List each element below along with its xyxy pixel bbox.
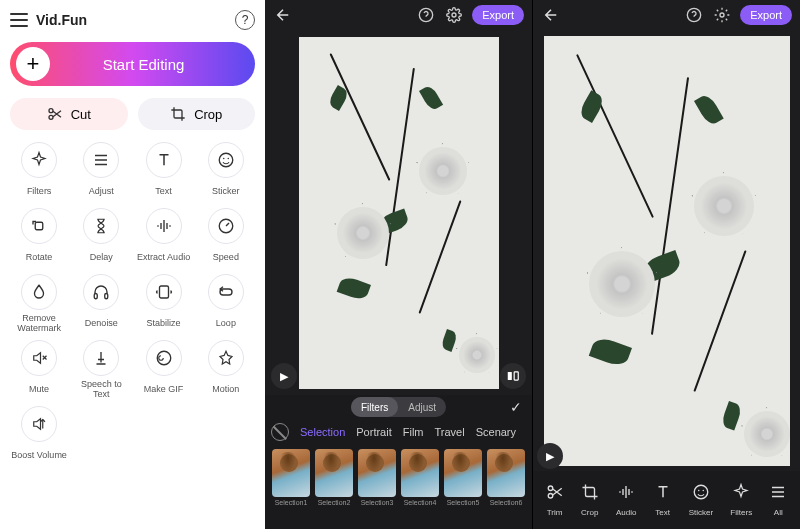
- svg-point-3: [452, 13, 456, 17]
- start-editing-label: Start Editing: [32, 56, 255, 73]
- svg-point-6: [688, 8, 701, 21]
- lines-icon: [769, 483, 787, 505]
- T-icon: [654, 483, 672, 505]
- filter-categories: SelectionPortraitFilmTravelScenary: [265, 419, 532, 445]
- bottom-tool-text[interactable]: Text: [654, 483, 672, 517]
- tool-text[interactable]: Text: [135, 142, 193, 202]
- cut-tab[interactable]: Cut: [10, 98, 128, 130]
- tool-motion[interactable]: Motion: [197, 340, 255, 400]
- app-brand: Vid.Fun: [36, 12, 87, 28]
- no-filter-icon[interactable]: [271, 423, 289, 441]
- bottom-tool-trim[interactable]: Trim: [546, 483, 564, 517]
- svg-point-1: [49, 115, 53, 119]
- start-editing-button[interactable]: + Start Editing: [10, 42, 255, 86]
- play-button[interactable]: ▶: [537, 443, 563, 469]
- menu-icon[interactable]: [10, 13, 28, 27]
- thumbnail-image: [487, 449, 525, 497]
- settings-icon[interactable]: [712, 5, 732, 25]
- tool-extract[interactable]: Extract Audio: [135, 208, 193, 268]
- help-icon[interactable]: [684, 5, 704, 25]
- tool-gif[interactable]: Make GIF: [135, 340, 193, 400]
- hourglass-icon: [83, 208, 119, 244]
- audio-icon: [617, 483, 635, 505]
- headphones-icon: [83, 274, 119, 310]
- tool-denoise[interactable]: Denoise: [72, 274, 130, 334]
- filter-category-portrait[interactable]: Portrait: [356, 426, 391, 438]
- filter-category-travel[interactable]: Travel: [435, 426, 465, 438]
- stt-icon: [83, 340, 119, 376]
- help-icon[interactable]: ?: [235, 10, 255, 30]
- star-icon: [208, 340, 244, 376]
- filter-mode-toggle[interactable]: Filters Adjust: [351, 397, 446, 417]
- filter-thumbnails: Selection1Selection2Selection3Selection4…: [265, 445, 532, 510]
- back-button[interactable]: [273, 5, 293, 25]
- loop-icon: [208, 274, 244, 310]
- editor-filters-pane: Export ▶ Filters Adjust ✓: [265, 0, 532, 529]
- rotate-icon: [21, 208, 57, 244]
- compare-button[interactable]: [500, 363, 526, 389]
- svg-rect-5: [514, 372, 518, 380]
- filter-category-film[interactable]: Film: [403, 426, 424, 438]
- thumbnail-image: [444, 449, 482, 497]
- svg-point-7: [720, 13, 724, 17]
- tool-sticker[interactable]: Sticker: [197, 142, 255, 202]
- tool-mute[interactable]: Mute: [10, 340, 68, 400]
- thumbnail-image: [315, 449, 353, 497]
- crop-tab[interactable]: Crop: [138, 98, 256, 130]
- bottom-tool-crop[interactable]: Crop: [581, 483, 599, 517]
- svg-rect-4: [508, 372, 512, 380]
- filter-category-selection[interactable]: Selection: [300, 426, 345, 438]
- filter-thumb[interactable]: Selection1: [271, 449, 311, 506]
- export-button[interactable]: Export: [472, 5, 524, 25]
- bottom-tool-filters[interactable]: Filters: [730, 483, 752, 517]
- smile-icon: [692, 483, 710, 505]
- settings-icon[interactable]: [444, 5, 464, 25]
- sparkle-icon: [21, 142, 57, 178]
- filter-category-scenary[interactable]: Scenary: [476, 426, 516, 438]
- tool-boost[interactable]: Boost Volume: [10, 406, 68, 466]
- tool-delay[interactable]: Delay: [72, 208, 130, 268]
- boost-icon: [21, 406, 57, 442]
- filter-thumb[interactable]: Selection2: [314, 449, 354, 506]
- drop-icon: [21, 274, 57, 310]
- filter-thumb[interactable]: Selection3: [357, 449, 397, 506]
- tool-grid: FiltersAdjustTextStickerRotateDelayExtra…: [10, 142, 255, 466]
- play-button[interactable]: ▶: [271, 363, 297, 389]
- confirm-icon[interactable]: ✓: [510, 399, 522, 415]
- lines-icon: [83, 142, 119, 178]
- tool-stabilize[interactable]: Stabilize: [135, 274, 193, 334]
- scissors-icon: [546, 483, 564, 505]
- tool-rotate[interactable]: Rotate: [10, 208, 68, 268]
- bottom-tool-sticker[interactable]: Sticker: [689, 483, 713, 517]
- stabilize-icon: [146, 274, 182, 310]
- thumbnail-image: [358, 449, 396, 497]
- tool-adjust[interactable]: Adjust: [72, 142, 130, 202]
- filter-panel: Filters Adjust ✓ SelectionPortraitFilmTr…: [265, 395, 532, 529]
- scissors-icon: [47, 106, 63, 122]
- sparkle-icon: [732, 483, 750, 505]
- home-panel: Vid.Fun ? + Start Editing Cut Crop Filte…: [0, 0, 265, 529]
- T-icon: [146, 142, 182, 178]
- bottom-tool-audio[interactable]: Audio: [616, 483, 636, 517]
- bottom-tool-all[interactable]: All: [769, 483, 787, 517]
- thumbnail-image: [272, 449, 310, 497]
- preview-image: [544, 36, 790, 466]
- mute-icon: [21, 340, 57, 376]
- filter-thumb[interactable]: Selection5: [443, 449, 483, 506]
- tool-speed[interactable]: Speed: [197, 208, 255, 268]
- audio-icon: [146, 208, 182, 244]
- tool-stt[interactable]: Speech to Text: [72, 340, 130, 400]
- help-icon[interactable]: [416, 5, 436, 25]
- gif-icon: [146, 340, 182, 376]
- tool-watermark[interactable]: Remove Watermark: [10, 274, 68, 334]
- back-button[interactable]: [541, 5, 561, 25]
- export-button[interactable]: Export: [740, 5, 792, 25]
- filter-thumb[interactable]: Selection6: [486, 449, 526, 506]
- tool-filters[interactable]: Filters: [10, 142, 68, 202]
- filter-thumb[interactable]: Selection4: [400, 449, 440, 506]
- smile-icon: [208, 142, 244, 178]
- gauge-icon: [208, 208, 244, 244]
- tool-loop[interactable]: Loop: [197, 274, 255, 334]
- bottom-toolbar: TrimCropAudioTextStickerFiltersAll: [533, 471, 800, 529]
- preview-image: [299, 37, 499, 389]
